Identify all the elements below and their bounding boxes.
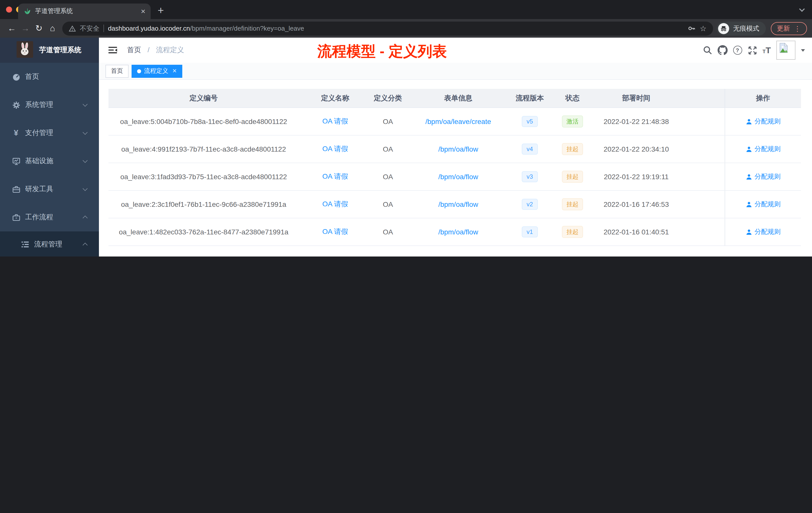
- monitor-icon: [11, 157, 21, 165]
- assign-rule-button[interactable]: 分配规则: [746, 145, 781, 154]
- sidebar-item-label: 首页: [25, 72, 39, 81]
- cell-definition-id: oa_leave:5:004b710b-7b8a-11ec-8ef0-acde4…: [109, 108, 299, 135]
- definition-name-link[interactable]: OA 请假: [322, 172, 348, 181]
- breadcrumb-home[interactable]: 首页: [127, 46, 141, 54]
- tab-close-icon[interactable]: ✕: [141, 8, 146, 15]
- cell-definition-id: oa_leave:4:991f2193-7b7f-11ec-a3c8-acde4…: [109, 135, 299, 163]
- cell-deploy-time: 2022-01-22 21:48:38: [598, 108, 675, 135]
- dashboard-icon: [11, 72, 21, 81]
- logo-rabbit-avatar: [17, 41, 33, 59]
- cell-category: OA: [372, 108, 404, 135]
- user-icon: [746, 118, 752, 125]
- sidebar-collapse-button[interactable]: [104, 46, 122, 55]
- github-icon[interactable]: [717, 45, 727, 55]
- address-bar[interactable]: 不安全 dashboard.yudao.iocoder.cn/bpm/manag…: [62, 21, 713, 35]
- sidebar-item-payment[interactable]: ¥ 支付管理: [0, 119, 99, 147]
- column-header-category: 定义分类: [372, 89, 404, 108]
- reload-button[interactable]: ↻: [32, 24, 46, 33]
- bookmark-star-icon[interactable]: ☆: [700, 24, 706, 33]
- status-badge: 挂起: [562, 143, 583, 155]
- status-badge: 挂起: [562, 198, 583, 210]
- url-host: dashboard.yudao.iocoder.cn: [108, 25, 190, 32]
- avatar-caret-down-icon[interactable]: [801, 49, 805, 54]
- cell-deploy-time: 2022-01-22 19:19:11: [598, 163, 675, 190]
- sidebar-item-infrastructure[interactable]: 基础设施: [0, 147, 99, 175]
- browser-tab[interactable]: 芋道管理系统 ✕: [18, 3, 151, 19]
- table-row: oa_leave:4:991f2193-7b7f-11ec-a3c8-acde4…: [109, 135, 801, 163]
- version-badge: v4: [522, 144, 538, 155]
- user-icon: [746, 201, 752, 208]
- form-link[interactable]: /bpm/oa/leave/create: [425, 117, 491, 125]
- sidebar-item-process-management[interactable]: 流程管理: [0, 232, 99, 256]
- definition-name-link[interactable]: OA 请假: [322, 228, 348, 236]
- sidebar-item-label: 研发工具: [25, 185, 53, 194]
- sidebar-item-dev-tools[interactable]: 研发工具: [0, 175, 99, 203]
- form-link[interactable]: /bpm/oa/flow: [438, 173, 478, 181]
- breadcrumb-current: 流程定义: [156, 46, 184, 54]
- chrome-update-button[interactable]: 更新 ⋮: [771, 22, 807, 35]
- home-button[interactable]: ⌂: [46, 24, 59, 33]
- new-tab-button[interactable]: +: [158, 3, 164, 18]
- table-row: oa_leave:5:004b710b-7b8a-11ec-8ef0-acde4…: [109, 108, 801, 135]
- sidebar-item-label: 支付管理: [25, 128, 53, 138]
- form-link[interactable]: /bpm/oa/flow: [438, 200, 478, 208]
- screenshot-root: 芋道管理系统 ✕ + ← → ↻ ⌂ 不安全 dashboard.yudao.i…: [0, 0, 812, 256]
- assign-rule-button[interactable]: 分配规则: [746, 172, 781, 181]
- avatar[interactable]: [776, 41, 795, 60]
- tab-title: 芋道管理系统: [35, 7, 137, 16]
- cell-category: OA: [372, 191, 404, 218]
- cell-deploy-time: 2022-01-16 01:40:51: [598, 218, 675, 245]
- column-header-status: 状态: [547, 89, 598, 108]
- sidebar-item-system[interactable]: 系统管理: [0, 91, 99, 119]
- chevron-down-icon: [83, 102, 88, 107]
- assign-rule-button[interactable]: 分配规则: [746, 228, 781, 236]
- sidebar-item-label: 工作流程: [25, 213, 53, 222]
- assign-rule-button[interactable]: 分配规则: [746, 117, 781, 126]
- table-row: oa_leave:2:3c1f0ef1-76b1-11ec-9c66-a2380…: [109, 191, 801, 218]
- cell-definition-id: oa_leave:1:482ec033-762a-11ec-8477-a2380…: [109, 218, 299, 245]
- window-close-button[interactable]: [6, 6, 12, 12]
- browser-toolbar: ← → ↻ ⌂ 不安全 dashboard.yudao.iocoder.cn/b…: [0, 19, 812, 38]
- tag-process-definition[interactable]: 流程定义 ✕: [132, 64, 182, 78]
- definition-name-link[interactable]: OA 请假: [322, 145, 348, 154]
- font-size-icon[interactable]: TT: [762, 46, 771, 55]
- briefcase-icon: [11, 213, 21, 221]
- incognito-label: 无痕模式: [733, 24, 759, 33]
- cell-category: OA: [372, 135, 404, 163]
- user-icon: [746, 146, 752, 152]
- status-badge: 挂起: [562, 226, 583, 238]
- forward-button[interactable]: →: [19, 24, 32, 33]
- back-button[interactable]: ←: [5, 24, 19, 33]
- tag-close-icon[interactable]: ✕: [172, 68, 177, 74]
- search-icon[interactable]: [703, 46, 712, 55]
- help-icon[interactable]: ?: [733, 46, 742, 55]
- cell-spacer: [675, 191, 725, 218]
- browser-menu-kebab-icon[interactable]: ⋮: [794, 24, 801, 32]
- definition-name-link[interactable]: OA 请假: [322, 117, 348, 126]
- main-panel: 首页 / 流程定义 流程模型 - 定义列表 ? TT: [99, 38, 812, 256]
- url-text[interactable]: dashboard.yudao.iocoder.cn/bpm/manager/d…: [108, 25, 304, 32]
- sidebar-item-workflow[interactable]: 工作流程: [0, 203, 99, 232]
- chevron-up-icon: [83, 243, 88, 248]
- tag-home[interactable]: 首页: [106, 64, 128, 78]
- definition-name-link[interactable]: OA 请假: [322, 200, 348, 209]
- gear-icon: [11, 101, 21, 109]
- cell-spacer: [675, 163, 725, 190]
- update-label: 更新: [777, 24, 790, 33]
- sidebar-item-home[interactable]: 首页: [0, 63, 99, 91]
- url-path: /bpm/manager/definition?key=oa_leave: [190, 25, 304, 32]
- password-key-icon[interactable]: [687, 24, 696, 33]
- chevron-down-icon: [83, 130, 88, 135]
- fullscreen-icon[interactable]: [748, 46, 757, 55]
- yen-icon: ¥: [11, 129, 21, 137]
- assign-rule-button[interactable]: 分配规则: [746, 200, 781, 209]
- user-icon: [746, 229, 752, 235]
- security-label[interactable]: 不安全: [80, 24, 99, 33]
- form-link[interactable]: /bpm/oa/flow: [438, 145, 478, 153]
- tab-strip-chevron-down-icon[interactable]: [799, 6, 805, 12]
- sidebar-logo-bar[interactable]: 芋道管理系统: [0, 38, 99, 63]
- chevron-up-icon: [83, 216, 88, 221]
- table-row: oa_leave:1:482ec033-762a-11ec-8477-a2380…: [109, 218, 801, 246]
- version-badge: v1: [522, 227, 538, 237]
- form-link[interactable]: /bpm/oa/flow: [438, 228, 478, 236]
